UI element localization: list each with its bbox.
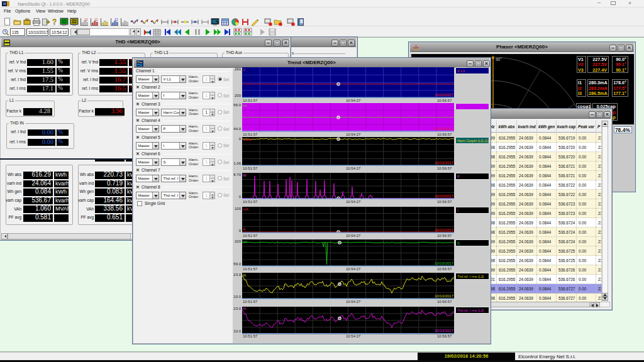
svg-text:A: A	[243, 227, 246, 231]
svg-text:90°: 90°	[496, 57, 502, 62]
svg-text:12: 12	[94, 18, 98, 21]
svg-text:12: 12	[84, 18, 88, 21]
svg-text:12: 12	[114, 18, 118, 21]
